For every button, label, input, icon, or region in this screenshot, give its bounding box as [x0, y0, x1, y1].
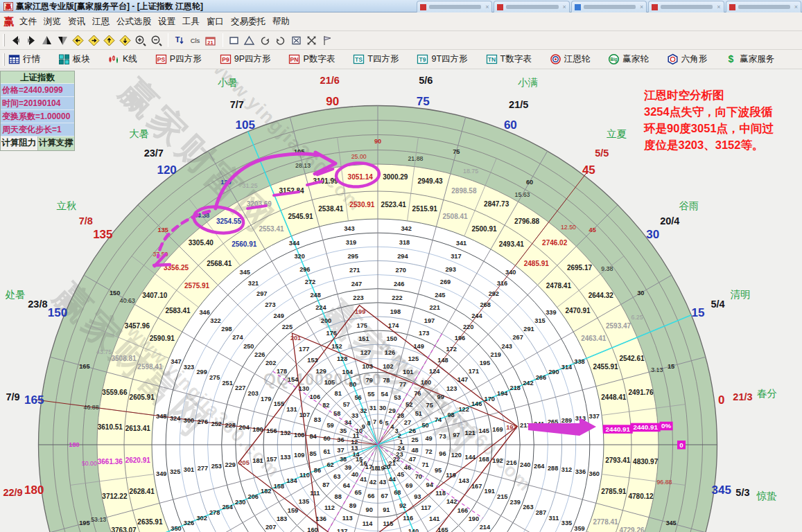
- tool-4-button[interactable]: PSP四方形: [155, 53, 202, 65]
- tool-label: 9P四方形: [234, 53, 271, 65]
- menu-item-3[interactable]: 资讯: [68, 16, 85, 28]
- spiral-cell-107: 107: [299, 411, 310, 418]
- menu-item-10[interactable]: 帮助: [272, 16, 290, 28]
- tool-2-button[interactable]: 板块: [58, 53, 90, 65]
- calc-support-button[interactable]: 计算支撑: [38, 136, 75, 150]
- tool-11-button[interactable]: Big赢家轮: [608, 53, 649, 65]
- spiral-cell-291: 291: [523, 326, 534, 332]
- spiral-cell-34: 34: [345, 419, 352, 426]
- spiral-cell-96: 96: [439, 450, 446, 457]
- tool-6-button[interactable]: PNP数字表: [288, 53, 335, 65]
- cls-button[interactable]: Cls: [188, 33, 202, 48]
- spiral-cell-8: 8: [367, 420, 370, 427]
- nav-forward-button[interactable]: [24, 33, 39, 48]
- tool-12-button[interactable]: 六角形: [667, 53, 708, 65]
- spiral-cell-74: 74: [435, 416, 442, 423]
- tool-8-button[interactable]: T99T四方形: [417, 53, 467, 65]
- diamond-down-button[interactable]: [118, 33, 132, 48]
- spiral-cell-191: 191: [485, 488, 495, 495]
- percent-ring-label-8: 25.00: [351, 153, 367, 160]
- spiral-cell-218: 218: [510, 384, 521, 391]
- play-up-button[interactable]: [40, 33, 54, 48]
- spiral-cell-49: 49: [425, 435, 432, 442]
- calendar-button[interactable]: 21: [203, 33, 218, 48]
- nav-back-button[interactable]: [8, 33, 23, 48]
- spiral-cell-171: 171: [469, 368, 479, 375]
- tool-9-button[interactable]: TNT数字表: [486, 53, 532, 65]
- percent-ring-label-31: 96.88: [656, 479, 672, 486]
- analysis-note-line2: 3254点失守，向下波段循: [644, 105, 773, 118]
- diamond-up-button[interactable]: [102, 33, 116, 48]
- menu-item-8[interactable]: 窗口: [207, 16, 224, 28]
- additive-ring-label-4: 2470.91: [565, 307, 591, 314]
- tool-5-button[interactable]: P99P四方形: [220, 53, 271, 65]
- spiral-cell-23: 23: [396, 451, 403, 458]
- zoom-out-button[interactable]: [149, 33, 164, 48]
- tool-7-button[interactable]: TST四方形: [353, 53, 399, 65]
- flag-tool-button[interactable]: [320, 33, 335, 48]
- solar-term-label-10: 处暑: [6, 289, 26, 300]
- box-x-button[interactable]: [289, 33, 304, 48]
- spiral-cell-204: 204: [238, 424, 250, 431]
- diamond-right-button[interactable]: [87, 33, 101, 48]
- menu-item-6[interactable]: 设置: [158, 16, 175, 28]
- rot-cw-button[interactable]: [258, 33, 272, 48]
- rect-tool-button[interactable]: [227, 33, 241, 48]
- spiral-cell-29: 29: [389, 407, 396, 414]
- play-down-button[interactable]: [55, 33, 70, 48]
- spiral-cell-105: 105: [324, 379, 335, 386]
- panel-coef-row: 变换系数=1.00000: [1, 110, 74, 123]
- spiral-cell-63: 63: [333, 473, 340, 480]
- menu-item-9[interactable]: 交易委托: [231, 16, 265, 28]
- spiral-cell-121: 121: [465, 429, 476, 436]
- spiral-cell-169: 169: [492, 426, 503, 433]
- spiral-cell-314: 314: [561, 364, 573, 371]
- spiral-cell-130: 130: [299, 385, 309, 392]
- degree-ring-label-5: 75: [453, 148, 460, 155]
- date-label-9: 7/8: [79, 215, 93, 227]
- zoom-in-button[interactable]: [133, 33, 148, 48]
- additive-ring-label-3: 2463.41: [581, 335, 607, 342]
- tool-10-button[interactable]: 江恩轮: [550, 53, 591, 65]
- spiral-cell-293: 293: [446, 266, 456, 273]
- percent-ring-label-3: 9.38: [601, 265, 613, 272]
- spiral-cell-41: 41: [360, 476, 367, 483]
- tool-1-button[interactable]: 行情: [8, 53, 40, 65]
- menu-item-7[interactable]: 工具: [182, 16, 200, 28]
- tri-tool-button[interactable]: [242, 33, 256, 48]
- menu-item-1[interactable]: 文件: [19, 16, 37, 28]
- spiral-cell-45: 45: [397, 471, 404, 478]
- move-tool-button[interactable]: [304, 33, 319, 48]
- spiral-cell-147: 147: [457, 376, 468, 383]
- spiral-cell-181: 181: [252, 457, 263, 464]
- period-t-button[interactable]: T: [172, 33, 186, 48]
- additive-ring-label-47: 2793.41: [605, 456, 631, 464]
- diamond-right-icon: [88, 35, 100, 46]
- background-browser-tabs: ×××××: [416, 0, 802, 12]
- spiral-cell-53: 53: [394, 394, 401, 401]
- spiral-cell-97: 97: [453, 432, 460, 438]
- tool-3-button[interactable]: K线: [108, 53, 137, 65]
- rot-ccw-button[interactable]: [273, 33, 288, 48]
- spiral-cell-33: 33: [351, 412, 358, 419]
- spiral-cell-251: 251: [222, 380, 232, 387]
- spiral-cell-172: 172: [446, 346, 457, 353]
- multiplicative-ring-label-26: 3763.07: [111, 526, 137, 532]
- spiral-cell-246: 246: [394, 281, 404, 287]
- spiral-cell-326: 326: [184, 520, 194, 526]
- menu-item-5[interactable]: 公式选股: [116, 16, 151, 28]
- tool-13-button[interactable]: $赢家服务: [725, 53, 774, 65]
- spiral-cell-174: 174: [388, 322, 399, 329]
- gann-wheel-chart[interactable]: 赢家财富网赢家财富网赢家财富网www.yingjia360.comwww.yin…: [0, 69, 802, 532]
- outer-degree-label-345: 345: [712, 484, 731, 497]
- gann-wheel-canvas[interactable]: 赢家财富网赢家财富网赢家财富网www.yingjia360.comwww.yin…: [0, 69, 802, 532]
- additive-ring-label-23: 2613.41: [125, 425, 151, 432]
- menu-item-4[interactable]: 江恩: [92, 16, 110, 28]
- menu-item-2[interactable]: 浏览: [44, 16, 61, 28]
- outer-degree-label-150: 150: [48, 306, 67, 319]
- spiral-cell-253: 253: [211, 463, 222, 470]
- toolbar-grip: [3, 34, 5, 46]
- diamond-left-button[interactable]: [71, 33, 85, 48]
- spiral-cell-230: 230: [235, 499, 245, 506]
- calc-resistance-button[interactable]: 计算阻力: [1, 136, 38, 150]
